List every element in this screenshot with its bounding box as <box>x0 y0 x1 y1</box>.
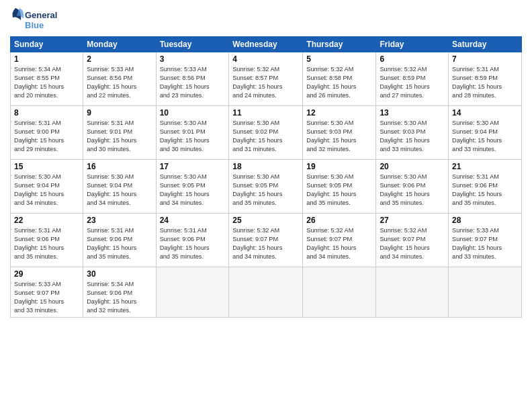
day-number: 28 <box>452 216 518 225</box>
day-number: 9 <box>87 108 152 118</box>
svg-text:Blue: Blue <box>25 20 44 30</box>
day-cell: 2Sunrise: 5:33 AMSunset: 8:56 PMDaylight… <box>83 52 156 106</box>
column-header-sunday: Sunday <box>11 37 83 52</box>
day-cell: 12Sunrise: 5:30 AMSunset: 9:03 PMDayligh… <box>303 106 376 160</box>
day-cell: 15Sunrise: 5:30 AMSunset: 9:04 PMDayligh… <box>11 160 83 214</box>
day-cell: 24Sunrise: 5:31 AMSunset: 9:06 PMDayligh… <box>156 214 229 267</box>
day-cell <box>229 267 303 318</box>
day-number: 21 <box>452 162 518 171</box>
day-cell: 8Sunrise: 5:31 AMSunset: 9:00 PMDaylight… <box>11 106 83 160</box>
day-cell: 19Sunrise: 5:30 AMSunset: 9:05 PMDayligh… <box>303 160 376 214</box>
day-info: Sunrise: 5:33 AMSunset: 8:56 PMDaylight:… <box>87 65 152 100</box>
day-info: Sunrise: 5:31 AMSunset: 8:59 PMDaylight:… <box>452 65 518 100</box>
day-cell: 3Sunrise: 5:33 AMSunset: 8:56 PMDaylight… <box>156 52 229 106</box>
day-number: 27 <box>380 216 445 225</box>
day-info: Sunrise: 5:30 AMSunset: 9:04 PMDaylight:… <box>452 119 518 154</box>
day-cell: 13Sunrise: 5:30 AMSunset: 9:03 PMDayligh… <box>376 106 449 160</box>
day-cell: 6Sunrise: 5:32 AMSunset: 8:59 PMDaylight… <box>376 52 449 106</box>
day-info: Sunrise: 5:34 AMSunset: 8:55 PMDaylight:… <box>14 65 79 100</box>
day-info: Sunrise: 5:30 AMSunset: 9:01 PMDaylight:… <box>160 119 226 154</box>
day-number: 29 <box>14 269 79 279</box>
day-cell: 9Sunrise: 5:31 AMSunset: 9:01 PMDaylight… <box>83 106 156 160</box>
day-number: 19 <box>306 162 372 171</box>
day-cell: 28Sunrise: 5:33 AMSunset: 9:07 PMDayligh… <box>449 214 522 267</box>
day-info: Sunrise: 5:30 AMSunset: 9:05 PMDaylight:… <box>232 173 299 208</box>
day-number: 4 <box>232 54 299 64</box>
day-number: 2 <box>87 54 152 64</box>
day-info: Sunrise: 5:33 AMSunset: 9:07 PMDaylight:… <box>452 226 518 261</box>
day-cell: 14Sunrise: 5:30 AMSunset: 9:04 PMDayligh… <box>449 106 522 160</box>
day-number: 17 <box>160 162 226 171</box>
day-cell: 11Sunrise: 5:30 AMSunset: 9:02 PMDayligh… <box>229 106 303 160</box>
day-cell: 10Sunrise: 5:30 AMSunset: 9:01 PMDayligh… <box>156 106 229 160</box>
day-info: Sunrise: 5:32 AMSunset: 9:07 PMDaylight:… <box>306 226 372 261</box>
column-header-wednesday: Wednesday <box>229 37 303 52</box>
day-info: Sunrise: 5:32 AMSunset: 8:59 PMDaylight:… <box>380 65 445 100</box>
day-info: Sunrise: 5:33 AMSunset: 9:07 PMDaylight:… <box>14 280 79 315</box>
column-header-saturday: Saturday <box>449 37 522 52</box>
day-number: 10 <box>160 108 226 118</box>
day-number: 7 <box>452 54 518 64</box>
day-number: 26 <box>306 216 372 225</box>
logo-svg: General Blue <box>10 7 64 32</box>
day-number: 13 <box>380 108 445 118</box>
day-number: 12 <box>306 108 372 118</box>
day-info: Sunrise: 5:31 AMSunset: 9:01 PMDaylight:… <box>87 119 152 154</box>
calendar-table: SundayMondayTuesdayWednesdayThursdayFrid… <box>10 36 522 318</box>
day-cell: 30Sunrise: 5:34 AMSunset: 9:06 PMDayligh… <box>83 267 156 318</box>
day-info: Sunrise: 5:30 AMSunset: 9:03 PMDaylight:… <box>380 119 445 154</box>
day-info: Sunrise: 5:31 AMSunset: 9:06 PMDaylight:… <box>452 173 518 208</box>
day-cell: 21Sunrise: 5:31 AMSunset: 9:06 PMDayligh… <box>449 160 522 214</box>
day-cell: 7Sunrise: 5:31 AMSunset: 8:59 PMDaylight… <box>449 52 522 106</box>
day-info: Sunrise: 5:32 AMSunset: 9:07 PMDaylight:… <box>232 226 299 261</box>
day-number: 11 <box>232 108 299 118</box>
day-number: 20 <box>380 162 445 171</box>
day-cell: 26Sunrise: 5:32 AMSunset: 9:07 PMDayligh… <box>303 214 376 267</box>
week-row-2: 8Sunrise: 5:31 AMSunset: 9:00 PMDaylight… <box>11 106 522 160</box>
day-cell: 16Sunrise: 5:30 AMSunset: 9:04 PMDayligh… <box>83 160 156 214</box>
day-cell: 18Sunrise: 5:30 AMSunset: 9:05 PMDayligh… <box>229 160 303 214</box>
day-info: Sunrise: 5:31 AMSunset: 9:06 PMDaylight:… <box>160 226 226 261</box>
week-row-3: 15Sunrise: 5:30 AMSunset: 9:04 PMDayligh… <box>11 160 522 214</box>
week-row-4: 22Sunrise: 5:31 AMSunset: 9:06 PMDayligh… <box>11 214 522 267</box>
day-number: 24 <box>160 216 226 225</box>
day-info: Sunrise: 5:33 AMSunset: 8:56 PMDaylight:… <box>160 65 226 100</box>
column-header-monday: Monday <box>83 37 156 52</box>
day-cell <box>376 267 449 318</box>
day-number: 3 <box>160 54 226 64</box>
logo: General Blue <box>10 7 64 32</box>
day-cell: 1Sunrise: 5:34 AMSunset: 8:55 PMDaylight… <box>11 52 83 106</box>
day-number: 18 <box>232 162 299 171</box>
day-info: Sunrise: 5:30 AMSunset: 9:06 PMDaylight:… <box>380 173 445 208</box>
day-number: 16 <box>87 162 152 171</box>
svg-text:General: General <box>25 10 57 20</box>
day-info: Sunrise: 5:30 AMSunset: 9:04 PMDaylight:… <box>14 173 79 208</box>
day-info: Sunrise: 5:30 AMSunset: 9:05 PMDaylight:… <box>306 173 372 208</box>
day-number: 30 <box>87 269 152 279</box>
column-header-friday: Friday <box>376 37 449 52</box>
day-info: Sunrise: 5:31 AMSunset: 9:00 PMDaylight:… <box>14 119 79 154</box>
day-number: 6 <box>380 54 445 64</box>
week-row-5: 29Sunrise: 5:33 AMSunset: 9:07 PMDayligh… <box>11 267 522 318</box>
day-cell <box>449 267 522 318</box>
day-info: Sunrise: 5:30 AMSunset: 9:02 PMDaylight:… <box>232 119 299 154</box>
week-row-1: 1Sunrise: 5:34 AMSunset: 8:55 PMDaylight… <box>11 52 522 106</box>
day-info: Sunrise: 5:32 AMSunset: 8:57 PMDaylight:… <box>232 65 299 100</box>
day-number: 5 <box>306 54 372 64</box>
day-cell: 20Sunrise: 5:30 AMSunset: 9:06 PMDayligh… <box>376 160 449 214</box>
day-info: Sunrise: 5:34 AMSunset: 9:06 PMDaylight:… <box>87 280 152 315</box>
day-info: Sunrise: 5:32 AMSunset: 9:07 PMDaylight:… <box>380 226 445 261</box>
day-cell: 23Sunrise: 5:31 AMSunset: 9:06 PMDayligh… <box>83 214 156 267</box>
day-info: Sunrise: 5:32 AMSunset: 8:58 PMDaylight:… <box>306 65 372 100</box>
day-cell <box>303 267 376 318</box>
day-info: Sunrise: 5:30 AMSunset: 9:04 PMDaylight:… <box>87 173 152 208</box>
day-number: 22 <box>14 216 79 225</box>
day-number: 25 <box>232 216 299 225</box>
day-info: Sunrise: 5:31 AMSunset: 9:06 PMDaylight:… <box>87 226 152 261</box>
page: General Blue SundayMondayTuesdayWednesda… <box>0 0 532 411</box>
day-number: 8 <box>14 108 79 118</box>
day-cell: 25Sunrise: 5:32 AMSunset: 9:07 PMDayligh… <box>229 214 303 267</box>
day-number: 1 <box>14 54 79 64</box>
column-header-thursday: Thursday <box>303 37 376 52</box>
logo-container: General Blue <box>10 7 64 32</box>
